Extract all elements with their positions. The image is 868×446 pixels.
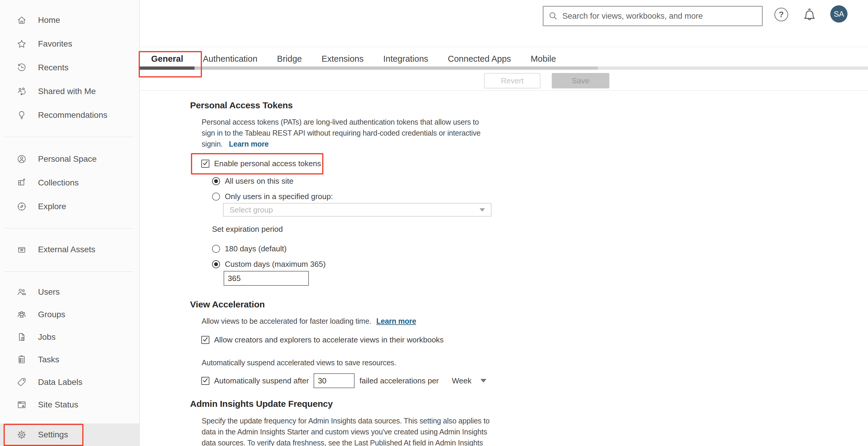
select-group-dropdown[interactable]: Select group bbox=[223, 203, 492, 217]
sidebar-item-shared-with-me[interactable]: Shared with Me bbox=[0, 80, 139, 103]
allow-acceleration-row: Allow creators and explorers to accelera… bbox=[202, 336, 868, 344]
va-section-title: View Acceleration bbox=[190, 300, 868, 309]
sidebar-item-groups[interactable]: Groups bbox=[0, 303, 139, 326]
avatar[interactable]: SA bbox=[830, 5, 847, 23]
all-users-radio[interactable] bbox=[212, 177, 220, 185]
sidebar-item-settings[interactable]: Settings bbox=[0, 423, 139, 446]
sidebar-item-label: Users bbox=[38, 287, 60, 297]
sidebar-item-recents[interactable]: Recents bbox=[0, 56, 139, 79]
va-description-text: Allow views to be accelerated for faster… bbox=[202, 317, 371, 325]
sidebar: HomeFavoritesRecentsShared with MeRecomm… bbox=[0, 0, 140, 446]
active-tab-underline bbox=[140, 66, 194, 70]
va-description: Allow views to be accelerated for faster… bbox=[202, 316, 868, 327]
suspend-after-label: failed accelerations per bbox=[359, 376, 439, 385]
auto-suspend-checkbox[interactable] bbox=[202, 377, 209, 385]
sidebar-item-label: Jobs bbox=[38, 332, 56, 342]
specified-group-row: Only users in a specified group: bbox=[212, 192, 868, 201]
period-dropdown[interactable]: Week bbox=[452, 376, 487, 385]
custom-days-input[interactable] bbox=[224, 271, 309, 286]
save-button[interactable]: Save bbox=[552, 73, 609, 89]
sidebar-item-label: Home bbox=[38, 15, 60, 25]
pat-description-line: sign in to the Tableau REST API without … bbox=[202, 128, 868, 139]
period-value: Week bbox=[452, 376, 471, 385]
sidebar-item-label: Settings bbox=[38, 430, 68, 440]
revert-button[interactable]: Revert bbox=[484, 73, 540, 89]
expiration-period-label: Set expiration period bbox=[212, 225, 868, 234]
sidebar-item-personal-space[interactable]: Personal Space bbox=[0, 147, 139, 171]
tab-integrations[interactable]: Integrations bbox=[383, 54, 429, 64]
sidebar-item-site-status[interactable]: Site Status bbox=[0, 393, 139, 416]
sidebar-item-home[interactable]: Home bbox=[0, 9, 139, 32]
auto-suspend-row: Automatically suspend after failed accel… bbox=[202, 373, 868, 388]
days-180-row: 180 days (default) bbox=[212, 244, 868, 253]
tab-connected-apps[interactable]: Connected Apps bbox=[448, 54, 511, 64]
admin-description-line: data sources. To verify data freshness, … bbox=[202, 437, 868, 446]
suspend-count-input[interactable] bbox=[314, 373, 354, 388]
tab-track bbox=[140, 66, 598, 70]
tab-general[interactable]: General bbox=[151, 54, 183, 64]
tab-authentication[interactable]: Authentication bbox=[203, 54, 257, 64]
custom-days-radio[interactable] bbox=[212, 260, 220, 268]
tab-track-light bbox=[598, 66, 868, 70]
sidebar-item-users[interactable]: Users bbox=[0, 280, 139, 304]
header-divider bbox=[140, 47, 868, 47]
enable-pat-label: Enable personal access tokens bbox=[214, 159, 321, 168]
person-circle-icon bbox=[17, 154, 27, 164]
star-icon bbox=[17, 39, 27, 49]
tab-bridge[interactable]: Bridge bbox=[277, 54, 302, 64]
sidebar-item-label: Favorites bbox=[38, 39, 72, 49]
sidebar-item-tasks[interactable]: Tasks bbox=[0, 348, 139, 371]
sidebar-item-label: Explore bbox=[38, 202, 66, 211]
sidebar-item-data-labels[interactable]: Data Labels bbox=[0, 371, 139, 394]
sidebar-item-explore[interactable]: Explore bbox=[0, 195, 139, 218]
select-group-placeholder: Select group bbox=[229, 205, 273, 214]
sidebar-item-external-assets[interactable]: External Assets bbox=[0, 238, 139, 261]
lightbulb-icon bbox=[17, 110, 27, 120]
sidebar-item-label: Data Labels bbox=[38, 377, 82, 387]
specified-group-radio[interactable] bbox=[212, 193, 220, 201]
shared-icon bbox=[17, 87, 27, 97]
specified-group-label: Only users in a specified group: bbox=[225, 192, 333, 201]
jobs-icon bbox=[17, 332, 27, 342]
home-icon bbox=[17, 15, 27, 25]
pat-description-line: signin. Learn more bbox=[202, 139, 868, 149]
pat-description: Personal access tokens (PATs) are long-l… bbox=[202, 116, 868, 149]
admin-description-line: data in the Admin Insights Starter and c… bbox=[202, 426, 868, 437]
days-180-label: 180 days (default) bbox=[225, 244, 286, 253]
sidebar-item-label: Groups bbox=[38, 310, 65, 319]
pat-section-title: Personal Access Tokens bbox=[190, 100, 868, 110]
settings-content: Personal Access Tokens Personal access t… bbox=[140, 91, 868, 446]
tasks-icon bbox=[17, 354, 27, 365]
site-status-icon bbox=[17, 400, 27, 410]
days-180-radio[interactable] bbox=[212, 245, 220, 253]
pat-description-line-end: signin. bbox=[202, 140, 223, 148]
notifications-bell-icon[interactable] bbox=[802, 6, 817, 24]
all-users-row: All users on this site bbox=[212, 177, 868, 185]
allow-acceleration-checkbox[interactable] bbox=[202, 336, 209, 344]
search-icon bbox=[548, 11, 558, 21]
sidebar-divider bbox=[4, 137, 133, 137]
users-icon bbox=[17, 287, 27, 297]
admin-description-line: Specify the update frequency for Admin I… bbox=[202, 415, 868, 426]
tab-mobile[interactable]: Mobile bbox=[531, 54, 556, 64]
search-box[interactable] bbox=[543, 6, 763, 26]
help-icon[interactable]: ? bbox=[774, 8, 788, 21]
sidebar-item-recommendations[interactable]: Recommendations bbox=[0, 104, 139, 127]
enable-pat-checkbox[interactable] bbox=[202, 160, 209, 168]
pat-learn-more-link[interactable]: Learn more bbox=[229, 140, 269, 148]
allow-acceleration-label: Allow creators and explorers to accelera… bbox=[214, 335, 444, 345]
external-assets-icon bbox=[17, 244, 27, 254]
va-learn-more-link[interactable]: Learn more bbox=[376, 317, 416, 325]
tab-extensions[interactable]: Extensions bbox=[321, 54, 364, 64]
sidebar-item-jobs[interactable]: Jobs bbox=[0, 325, 139, 349]
admin-description: Specify the update frequency for Admin I… bbox=[202, 415, 868, 446]
help-glyph: ? bbox=[779, 10, 784, 19]
sidebar-item-favorites[interactable]: Favorites bbox=[0, 32, 139, 56]
chevron-down-icon bbox=[479, 208, 485, 212]
search-input[interactable] bbox=[562, 11, 757, 21]
sidebar-item-label: Shared with Me bbox=[38, 87, 96, 96]
collections-icon bbox=[17, 178, 27, 188]
checkmark-icon bbox=[202, 376, 209, 384]
sidebar-item-collections[interactable]: Collections bbox=[0, 171, 139, 194]
sidebar-item-label: Site Status bbox=[38, 400, 78, 410]
